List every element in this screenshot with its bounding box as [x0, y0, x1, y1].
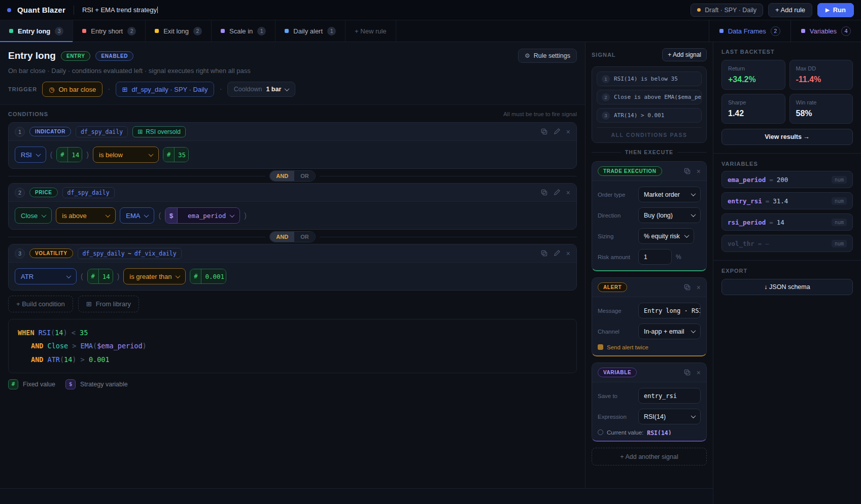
dataframe-chip[interactable]: df_spy_daily: [62, 187, 115, 198]
tabbar-spacer: [396, 20, 709, 42]
from-library-button[interactable]: ⊞ From library: [78, 296, 139, 312]
edit-icon[interactable]: [554, 250, 560, 257]
new-rule-tab[interactable]: + New rule: [346, 20, 396, 42]
app-logo-icon: [7, 8, 11, 12]
tab-exit-long[interactable]: Exit long 2: [146, 20, 212, 42]
variable-row[interactable]: ema_period = 200 num: [721, 171, 853, 188]
paren: ): [244, 211, 247, 220]
duplicate-icon[interactable]: [684, 284, 691, 291]
tab-color-icon: [285, 29, 289, 33]
operator-select[interactable]: is above: [56, 207, 116, 224]
sizing-select[interactable]: % equity risk: [638, 228, 694, 244]
duplicate-icon[interactable]: [684, 168, 691, 174]
variable-card: VARIABLE × Save to entry_rsi Expression: [592, 363, 707, 442]
close-icon[interactable]: ×: [566, 189, 570, 196]
type-tag: num: [832, 197, 847, 205]
code-line-3: AND ATR(14) > 0.001: [18, 353, 567, 366]
strategy-name-input[interactable]: RSI + EMA trend strategy: [82, 6, 158, 14]
chevron-down-icon: [42, 212, 47, 218]
and-or-toggle[interactable]: AND OR: [269, 231, 315, 242]
channel-select[interactable]: In-app + email: [638, 323, 701, 339]
tab-entry-short[interactable]: Entry short 2: [73, 20, 146, 42]
tab-count-badge: 2: [127, 27, 136, 35]
trigger-dataframe-button[interactable]: ⊞ df_spy_daily · SPY · Daily: [116, 82, 215, 97]
json-schema-button[interactable]: ↓ JSON schema: [721, 279, 853, 295]
direction-select[interactable]: Buy (long): [638, 207, 701, 223]
tab-count-badge: 1: [327, 27, 336, 35]
add-another-signal-button[interactable]: + Add another signal: [592, 448, 707, 465]
chevron-down-icon: [691, 413, 696, 418]
chevron-down-icon: [106, 212, 111, 218]
join-line: [320, 237, 577, 237]
info-circle-icon: [598, 429, 603, 435]
close-icon[interactable]: ×: [697, 369, 701, 376]
add-signal-button[interactable]: + Add signal: [662, 48, 707, 61]
param-input[interactable]: # 14: [56, 147, 82, 162]
variable-row[interactable]: entry_rsi = 31.4 num: [721, 192, 853, 209]
dataframe-chip[interactable]: df_spy_daily ~ df_vix_daily: [78, 248, 182, 259]
variable-select[interactable]: $ ema_period: [165, 207, 240, 224]
checkbox-icon[interactable]: [598, 344, 603, 350]
chevron-down-icon: [691, 212, 696, 217]
indicator-select[interactable]: ATR: [15, 268, 77, 284]
variable-row[interactable]: rsi_period = 14 num: [721, 213, 853, 231]
clipped-alert-option[interactable]: Send alert twice: [598, 344, 701, 350]
duplicate-icon[interactable]: [541, 189, 547, 196]
close-icon[interactable]: ×: [566, 250, 570, 257]
order-type-select[interactable]: Market order: [638, 187, 701, 202]
legend-variable-label: Strategy variable: [80, 381, 128, 388]
tab-daily-alert[interactable]: Daily alert 1: [275, 20, 346, 42]
operator-select[interactable]: is greater than: [123, 268, 186, 284]
param-input[interactable]: # 14: [87, 269, 113, 284]
order-type-label: Order type: [598, 192, 634, 198]
indicator-select[interactable]: RSI: [15, 147, 46, 163]
rule-settings-button[interactable]: ⚙ Rule settings: [518, 49, 577, 63]
join-line: [8, 176, 265, 176]
close-icon[interactable]: ×: [697, 284, 701, 291]
edit-icon[interactable]: [554, 189, 560, 196]
tab-scale-in[interactable]: Scale in 1: [212, 20, 275, 42]
edit-icon[interactable]: [554, 128, 560, 135]
preset-chip[interactable]: ⊞ RSI oversold: [132, 126, 186, 137]
channel-label: Channel: [598, 329, 634, 335]
threshold-input[interactable]: # 0.001: [190, 269, 226, 284]
tab-entry-long[interactable]: Entry long 3: [0, 20, 73, 42]
variable-row[interactable]: vol_thr = — num: [721, 235, 853, 252]
save-to-input[interactable]: entry_rsi: [638, 388, 701, 404]
conditions-label: CONDITIONS: [8, 111, 48, 117]
duplicate-icon[interactable]: [541, 128, 547, 135]
dataframe-chip[interactable]: df_spy_daily: [76, 126, 128, 137]
data-frames-tab[interactable]: Data Frames 2: [709, 20, 790, 42]
join-line: [320, 176, 577, 176]
view-results-button[interactable]: View results →: [721, 129, 853, 145]
then-execute-label: THEN EXECUTE: [625, 149, 674, 155]
close-icon[interactable]: ×: [566, 128, 570, 135]
expression-label: Expression: [598, 414, 634, 420]
message-input[interactable]: Entry long · RSI={var.: [638, 303, 701, 318]
sizing-label: Sizing: [598, 233, 634, 239]
risk-amount-input[interactable]: 1: [638, 249, 672, 265]
expression-select[interactable]: RSI(14): [638, 409, 701, 424]
indicator-select[interactable]: EMA: [120, 207, 154, 224]
condition-number: 2: [15, 188, 25, 198]
message-label: Message: [598, 308, 634, 314]
threshold-input[interactable]: # 35: [163, 147, 189, 162]
and-or-toggle[interactable]: AND OR: [269, 170, 315, 182]
join-toggle-row: AND OR: [8, 169, 577, 183]
rule-code-preview: WHEN RSI(14) < 35 AND Close > EMA($ema_p…: [8, 319, 577, 373]
tab-color-icon: [9, 29, 13, 33]
cooldown-select[interactable]: Cooldown 1 bar: [227, 82, 295, 97]
variables-tab[interactable]: Variables 4: [790, 20, 861, 42]
close-icon[interactable]: ×: [697, 168, 701, 175]
operator-select[interactable]: is below: [93, 147, 159, 163]
price-field-select[interactable]: Close: [15, 207, 52, 224]
add-rule-button[interactable]: + Add rule: [768, 3, 812, 17]
legend-fixed-label: Fixed value: [23, 381, 55, 388]
run-button[interactable]: ▶ Run: [817, 3, 854, 17]
condition-number: 3: [15, 248, 25, 259]
backtest-label: LAST BACKTEST: [721, 49, 853, 55]
duplicate-icon[interactable]: [684, 369, 691, 376]
build-condition-button[interactable]: + Build condition: [8, 296, 73, 312]
trigger-event-button[interactable]: ◷ On bar close: [42, 82, 102, 97]
duplicate-icon[interactable]: [541, 250, 547, 257]
